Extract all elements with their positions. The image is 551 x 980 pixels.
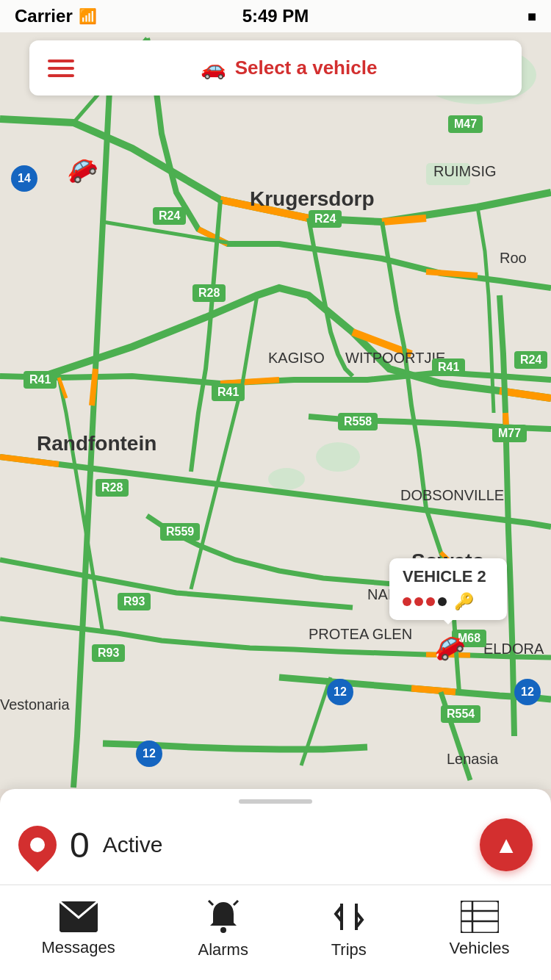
trips-icon (331, 899, 367, 934)
road-r28-2: R28 (96, 479, 129, 497)
svg-point-4 (268, 468, 305, 490)
vehicles-icon (461, 901, 499, 933)
active-left: 0 Active (18, 825, 162, 865)
road-12-3: 12 (136, 741, 162, 767)
car-icon-header: 🚗 (201, 56, 226, 80)
header-bar: 🚗 Select a vehicle (29, 40, 522, 96)
nav-vehicles[interactable]: Vehicles (450, 901, 510, 958)
svg-line-6 (382, 218, 426, 222)
header-title: 🚗 Select a vehicle (74, 56, 503, 80)
wifi-icon: 📶 (79, 7, 97, 25)
vehicle-status-row: 🔑 (403, 592, 494, 611)
svg-point-3 (316, 442, 360, 472)
location-pin (10, 818, 65, 872)
dot-4 (438, 597, 447, 606)
road-r559: R559 (160, 523, 200, 541)
road-12-2: 12 (514, 679, 541, 705)
vehicle-callout-name: VEHICLE 2 (403, 567, 494, 586)
road-r41-3: R41 (432, 359, 465, 376)
road-14: 14 (11, 165, 37, 192)
messages-icon (60, 901, 98, 932)
carrier-label: Carrier (15, 6, 73, 26)
key-icon: 🔑 (454, 592, 474, 611)
battery-icon: ■ (527, 8, 536, 25)
active-label: Active (103, 832, 163, 857)
active-count: 0 (70, 825, 90, 865)
road-12-1: 12 (327, 679, 353, 705)
road-r41-2: R41 (212, 383, 245, 401)
bottom-nav: Messages Alarms Trips (0, 884, 551, 980)
place-protea-glen: PROTEA GLEN (309, 626, 412, 643)
road-r24-1: R24 (153, 207, 186, 225)
header-title-text: Select a vehicle (235, 57, 378, 79)
road-r24-3: R24 (514, 351, 547, 369)
nav-alarms-label: Alarms (198, 940, 248, 959)
road-r93-2: R93 (92, 644, 125, 662)
status-time: 5:49 PM (242, 6, 309, 26)
status-dots (403, 597, 447, 606)
nav-trips[interactable]: Trips (331, 899, 367, 959)
svg-line-22 (209, 901, 213, 905)
place-dobsonville: DOBSONVILLE (400, 487, 504, 504)
svg-line-12 (426, 272, 478, 275)
drag-handle[interactable] (239, 799, 312, 804)
active-row: 0 Active ▲ (0, 818, 551, 871)
road-r41-1: R41 (24, 371, 57, 389)
nav-vehicles-label: Vehicles (450, 939, 510, 958)
road-r554: R554 (441, 705, 480, 723)
bottom-panel: 0 Active ▲ (0, 789, 551, 884)
svg-line-10 (92, 369, 96, 406)
place-kagiso: KAGISO (268, 350, 325, 367)
place-roo: Roo (500, 250, 527, 267)
nav-messages-label: Messages (41, 938, 115, 957)
svg-line-23 (234, 901, 238, 905)
dot-3 (426, 597, 435, 606)
place-lenasia: Lenasia (447, 751, 498, 768)
hamburger-button[interactable] (48, 60, 74, 77)
up-button[interactable]: ▲ (480, 818, 533, 871)
up-arrow-icon: ▲ (494, 833, 518, 857)
road-m77: M77 (492, 425, 527, 442)
place-randfontein: Randfontein (37, 432, 156, 455)
map-container[interactable]: Muldersdrift RUIMSIG Krugersdorp Roo KAG… (0, 0, 551, 789)
svg-point-21 (220, 927, 226, 933)
dot-2 (414, 597, 423, 606)
place-eldora: ELDORA (483, 641, 544, 657)
vehicle-callout[interactable]: VEHICLE 2 🔑 (389, 558, 507, 620)
place-krugersdorp: Krugersdorp (250, 187, 375, 211)
place-vestonaria: Vestonaria (0, 696, 70, 713)
dot-1 (403, 597, 411, 606)
place-witpoortjie: WITPOORTJIE (345, 350, 445, 367)
nav-messages[interactable]: Messages (41, 901, 115, 957)
hamburger-line-3 (48, 74, 74, 77)
place-ruimsig: RUIMSIG (433, 163, 497, 180)
carrier-text: Carrier 📶 (15, 6, 97, 26)
nav-alarms[interactable]: Alarms (198, 899, 248, 959)
road-r93-1: R93 (118, 593, 151, 610)
road-r28-1: R28 (192, 284, 226, 302)
hamburger-line-1 (48, 60, 74, 62)
place-nai: NAI (367, 586, 392, 603)
road-r24-2: R24 (309, 210, 342, 228)
status-bar: Carrier 📶 5:49 PM ■ (0, 0, 551, 32)
svg-rect-26 (461, 901, 499, 933)
svg-line-16 (411, 688, 455, 692)
hamburger-line-2 (48, 67, 74, 70)
nav-trips-label: Trips (331, 940, 367, 959)
road-m47: M47 (448, 115, 483, 133)
road-r558: R558 (338, 413, 378, 430)
alarms-icon (206, 899, 241, 934)
